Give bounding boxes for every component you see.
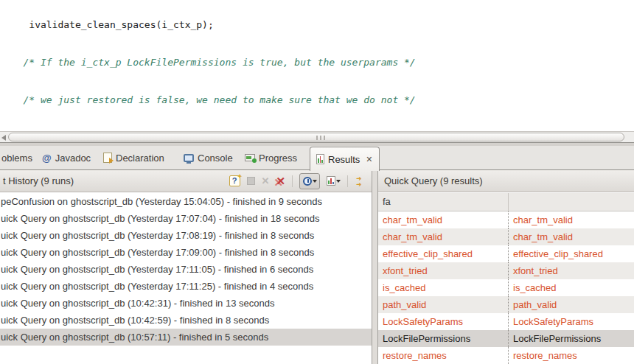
dropdown-arrow-icon	[313, 180, 317, 183]
scrollbar-thumb[interactable]	[8, 133, 624, 141]
clear-icon-disabled: ✕	[262, 176, 270, 186]
code-comment-line: /* we just restored is false, we need to…	[6, 94, 634, 106]
filter-input[interactable]: fa	[378, 193, 509, 211]
scrollbar-left-arrow-icon[interactable]	[1, 135, 6, 141]
stop-icon-disabled	[247, 177, 255, 185]
chart-icon	[327, 176, 335, 186]
pin-arrows-icon[interactable]	[355, 175, 367, 187]
result-row[interactable]: is_cachedis_cached	[378, 279, 634, 296]
help-icon[interactable]: ?	[229, 175, 240, 186]
history-run-row[interactable]: uick Query on ghostscript_db (Yesterday …	[0, 210, 372, 227]
tab-label: Console	[198, 153, 233, 164]
history-run-row[interactable]: uick Query on ghostscript_db (Yesterday …	[0, 278, 372, 295]
history-run-row[interactable]: uick Query on ghostscript_db (Yesterday …	[0, 227, 372, 244]
code-comment-line: /* If the i_ctx_p LockFilePermissions is…	[6, 56, 634, 69]
history-toolbar: ? ✕ ✕	[229, 173, 372, 189]
progress-icon	[245, 154, 255, 161]
tab-label: Progress	[259, 153, 297, 164]
close-icon[interactable]: ✕	[366, 155, 372, 164]
code-content: ivalidate_clean_spaces(i_ctx_p); /* If t…	[0, 0, 634, 131]
tab-progress[interactable]: Progress	[245, 146, 297, 169]
console-icon	[184, 154, 194, 162]
history-run-row-selected[interactable]: uick Query on ghostscript_db (10:57:11) …	[0, 329, 372, 346]
history-run-row[interactable]: peConfusion on ghostscript_db (Yesterday…	[0, 193, 372, 210]
result-row[interactable]: path_validpath_valid	[378, 296, 634, 313]
tab-label: Javadoc	[55, 153, 91, 164]
toolbar-separator	[347, 175, 348, 187]
history-panel: t History (9 runs) ? ✕ ✕ peConfusion on …	[0, 170, 372, 364]
tab-problems[interactable]: oblems	[1, 146, 32, 169]
code-line-clipped: ivalidate_clean_spaces(i_ctx_p);	[6, 18, 634, 31]
dropdown-arrow-icon	[336, 180, 341, 183]
result-row[interactable]: char_tm_validchar_tm_valid	[378, 211, 634, 228]
results-chart-icon	[316, 154, 324, 164]
quick-query-panel-title: Quick Query (9 results)	[378, 175, 483, 186]
tab-results[interactable]: Results ✕	[310, 147, 380, 171]
history-run-row[interactable]: uick Query on ghostscript_db (10:42:59) …	[0, 312, 372, 329]
view-tab-bar: oblems @Javadoc Declaration Console Prog…	[0, 146, 634, 170]
tab-javadoc[interactable]: @Javadoc	[42, 146, 91, 169]
result-row-selected[interactable]: LockFilePermissionsLockFilePermissions	[378, 330, 634, 347]
clock-icon	[303, 177, 312, 186]
quick-query-table: fa char_tm_validchar_tm_valid char_tm_va…	[378, 193, 634, 364]
result-row[interactable]: restore_namesrestore_names	[378, 347, 634, 364]
filter-input-empty[interactable]	[509, 193, 634, 211]
result-row[interactable]: effective_clip_sharedeffective_clip_shar…	[378, 245, 634, 262]
javadoc-at-icon: @	[42, 153, 52, 164]
result-row[interactable]: char_tm_validchar_tm_valid	[378, 228, 634, 245]
history-run-row[interactable]: uick Query on ghostscript_db (10:42:31) …	[0, 295, 372, 312]
remove-all-icon[interactable]: ✕	[276, 175, 285, 186]
chart-dropdown-icon[interactable]	[327, 176, 341, 186]
quick-query-filter-row: fa	[378, 193, 634, 211]
result-row[interactable]: LockSafetyParamsLockSafetyParams	[378, 313, 634, 330]
history-run-row[interactable]: uick Query on ghostscript_db (Yesterday …	[0, 261, 372, 278]
eclipse-window: ivalidate_clean_spaces(i_ctx_p); /* If t…	[0, 0, 634, 364]
tab-label: Results	[328, 154, 360, 165]
declaration-icon	[103, 153, 112, 163]
tab-label: oblems	[1, 153, 32, 164]
history-clock-dropdown-icon[interactable]	[299, 173, 320, 189]
history-panel-title: t History (9 runs)	[0, 175, 74, 186]
history-run-list: peConfusion on ghostscript_db (Yesterday…	[0, 193, 372, 364]
quick-query-panel-header: Quick Query (9 results)	[378, 170, 634, 192]
toolbar-separator	[292, 175, 293, 187]
code-editor[interactable]: ivalidate_clean_spaces(i_ctx_p); /* If t…	[0, 0, 634, 131]
tab-console[interactable]: Console	[184, 146, 233, 169]
tab-label: Declaration	[116, 153, 164, 164]
scrollbar-grip-icon	[316, 136, 327, 140]
editor-horizontal-scrollbar[interactable]	[0, 131, 634, 142]
history-panel-header: t History (9 runs) ? ✕ ✕	[0, 170, 372, 192]
history-run-row[interactable]: uick Query on ghostscript_db (Yesterday …	[0, 244, 372, 261]
result-row[interactable]: xfont_triedxfont_tried	[378, 262, 634, 279]
tab-declaration[interactable]: Declaration	[103, 146, 164, 169]
quick-query-panel: Quick Query (9 results) fa char_tm_valid…	[377, 170, 634, 364]
